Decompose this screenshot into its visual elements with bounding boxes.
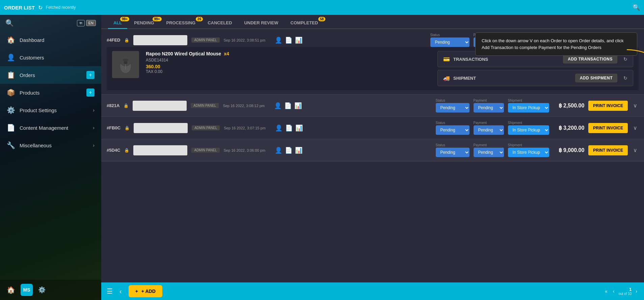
products-add-button[interactable]: + [86,89,95,97]
order-id-4fed: #4FED [107,38,120,43]
order-row-821a: #821A 🔒 ADMIN PANEL Sep 16 2022, 3:08:12… [107,99,639,112]
bottom-home-icon[interactable]: 🏠 [7,286,15,294]
payment-select-fb0c[interactable]: PendingPaid [474,125,504,135]
lock-icon-4fed: 🔒 [124,38,129,43]
order-date-5d4c: Sep 16 2022, 3:06:00 pm [224,148,266,152]
sidebar: 🔍 বাং EN 🏠 Dashboard 👤 Customers 📋 Ord [0,15,101,300]
tab-processing[interactable]: PROCESSING 26 [161,18,201,29]
sidebar-item-product-settings[interactable]: ⚙️ Product Settings › [0,101,101,119]
order-date-4fed: Sep 16 2022, 3:08:51 pm [224,38,266,42]
search-icon[interactable]: 🔍 [633,4,640,11]
admin-badge-4fed: ADMIN PANEL [191,38,219,43]
shipment-select-fb0c[interactable]: In Store PickupHome Delivery [508,125,549,135]
user-icon-fb0c[interactable]: 👤 [275,124,283,132]
tabs-bar: ALL 99+ PENDING 99+ PROCESSING 26 CANCEL… [101,15,644,29]
status-select-821a[interactable]: PendingProcessingCanceled [436,103,469,112]
prev-page-button[interactable]: ‹ [117,286,125,297]
top-bar-title: ORDER LIST [4,5,35,10]
status-select-fb0c[interactable]: PendingProcessingCanceled [436,125,469,135]
chart-icon-821a[interactable]: 📊 [294,102,302,109]
order-name-bar-4fed [133,35,187,45]
status-col-821a: Status PendingProcessingCanceled [436,99,469,112]
expand-btn-fb0c[interactable]: ∨ [632,123,639,132]
product-name-4fed: Rapoo N200 Wired Optical Mouse [146,51,221,56]
chart-icon-fb0c[interactable]: 📊 [295,124,303,132]
misc-chevron: › [93,143,95,148]
product-tax-4fed: TAX 0.00 [146,69,431,74]
tab-pending[interactable]: PENDING 99+ [129,18,159,29]
lang-en[interactable]: EN [86,20,96,26]
print-invoice-btn-5d4c[interactable]: PRINT INVOICE [588,145,628,155]
sidebar-search-area: 🔍 বাং EN [0,15,101,31]
sidebar-bottom: 🏠 MS ⚙️ [0,280,101,300]
transactions-label: TRANSACTIONS [453,57,488,62]
fetched-label: Fetched recently [46,5,76,10]
tab-completed-label: COMPLETED [291,20,318,25]
sidebar-item-orders[interactable]: 📋 Orders + [0,66,101,84]
content-area: Click on the down arrow V on each Order … [101,15,644,300]
doc-icon-4fed[interactable]: 📄 [285,36,292,44]
truck-icon: 🚚 [443,75,450,81]
order-id-fb0c: #FB0C [107,125,120,130]
user-icon-821a[interactable]: 👤 [274,102,281,109]
product-price-4fed: 360.00 [146,64,431,69]
lang-bn[interactable]: বাং [77,20,85,26]
pagination: « ‹ 1 out of 10 › [603,287,639,296]
lang-switcher: বাং EN [77,20,96,26]
sidebar-item-miscellaneous[interactable]: 🔧 Miscellaneous › [0,136,101,154]
first-page-button[interactable]: « [603,287,609,295]
doc-icon-fb0c[interactable]: 📄 [285,124,293,132]
user-icon-4fed[interactable]: 👤 [275,36,282,44]
chart-icon-5d4c[interactable]: 📊 [295,147,302,154]
admin-badge-5d4c: ADMIN PANEL [191,148,219,153]
content-chevron: › [93,125,95,130]
doc-icon-821a[interactable]: 📄 [284,102,292,109]
tab-under-review[interactable]: UNDER REVIEW [239,18,284,29]
order-name-bar-fb0c [134,123,188,133]
expand-btn-5d4c[interactable]: ∨ [632,146,639,155]
print-invoice-btn-821a[interactable]: PRINT INVOICE [588,101,628,111]
payment-select-5d4c[interactable]: PendingPaid [474,148,504,157]
order-date-821a: Sep 16 2022, 3:08:12 pm [223,104,265,108]
user-icon-5d4c[interactable]: 👤 [275,147,282,154]
products-icon: 📦 [7,89,15,97]
sidebar-item-products[interactable]: 📦 Products + [0,84,101,101]
print-invoice-btn-fb0c[interactable]: PRINT INVOICE [588,123,628,133]
tab-completed[interactable]: COMPLETED 58 [285,18,324,29]
add-shipment-button[interactable]: ADD SHIPMENT [575,74,617,82]
bottom-settings-icon[interactable]: ⚙️ [38,286,46,294]
next-page-button[interactable]: › [634,287,639,295]
tab-all[interactable]: ALL 99+ [108,18,127,29]
tab-canceled[interactable]: CANCELED [202,18,237,29]
content-icon: 📄 [7,124,15,132]
chart-icon-4fed[interactable]: 📊 [295,36,302,44]
shipment-select-821a[interactable]: In Store PickupHome Delivery [508,103,549,112]
order-icons-5d4c: 👤 📄 📊 [275,147,302,154]
add-button[interactable]: + + ADD [129,285,162,297]
order-card-5d4c: #5D4C 🔒 ADMIN PANEL Sep 16 2022, 3:06:00… [101,139,644,161]
order-row-5d4c: #5D4C 🔒 ADMIN PANEL Sep 16 2022, 3:06:00… [107,143,639,157]
payment-col-5d4c: Payment PendingPaid [474,143,504,157]
arrow-annotation [623,46,644,90]
payment-select-821a[interactable]: PendingPaid [474,103,504,112]
add-transactions-button[interactable]: ADD TRANSACTIONS [563,55,617,64]
sidebar-search-icon[interactable]: 🔍 [5,19,14,27]
prev-page-btn2[interactable]: ‹ [612,287,616,295]
add-label: + ADD [141,289,156,294]
bottom-ms-logo[interactable]: MS [21,284,33,296]
hamburger-icon[interactable]: ☰ [107,287,113,295]
sidebar-item-dashboard[interactable]: 🏠 Dashboard [0,31,101,49]
doc-icon-5d4c[interactable]: 📄 [285,147,292,154]
tab-completed-badge: 58 [318,17,325,21]
sidebar-item-content-management[interactable]: 📄 Content Management › [0,119,101,136]
expand-btn-821a[interactable]: ∨ [632,101,639,110]
orders-list: #4FED 🔒 ADMIN PANEL Sep 16 2022, 3:08:51… [101,29,644,282]
orders-add-button[interactable]: + [86,71,95,79]
order-date-fb0c: Sep 16 2022, 3:07:15 pm [224,126,266,130]
sidebar-item-customers[interactable]: 👤 Customers [0,49,101,66]
payment-col-fb0c: Payment PendingPaid [474,121,504,135]
refresh-icon[interactable]: ↻ [38,4,43,11]
status-select-5d4c[interactable]: PendingProcessingCanceled [436,148,469,157]
status-select-4fed[interactable]: Pending Processing Canceled Under Review… [430,38,469,47]
shipment-select-5d4c[interactable]: In Store PickupHome Delivery [508,148,549,157]
